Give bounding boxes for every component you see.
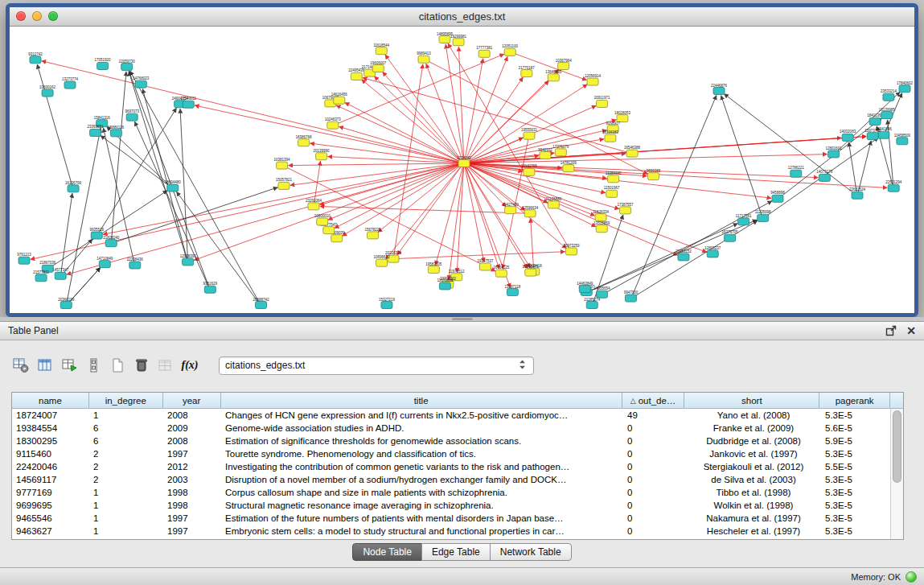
cell-year: 2003 <box>163 473 221 486</box>
svg-text:22495436: 22495436 <box>348 68 365 72</box>
svg-text:10600162: 10600162 <box>39 85 56 89</box>
svg-text:13273774: 13273774 <box>62 77 79 81</box>
svg-text:22622524: 22622524 <box>849 187 866 192</box>
delete-icon[interactable] <box>132 356 151 375</box>
column-header-short[interactable]: short <box>684 393 819 409</box>
table-row[interactable]: 1830029562008Estimation of significance … <box>12 435 903 447</box>
svg-text:14577347: 14577347 <box>52 268 69 272</box>
window-titlebar[interactable]: citations_edges.txt <box>10 7 914 27</box>
cell-name: 9777169 <box>12 486 89 499</box>
svg-text:19555631: 19555631 <box>521 128 538 132</box>
svg-text:1724040: 1724040 <box>457 156 471 160</box>
svg-text:15057821: 15057821 <box>276 178 293 182</box>
network-canvas-area[interactable]: 1724040192999811777738112051100217701871… <box>10 27 914 313</box>
tab-edge-table[interactable]: Edge Table <box>421 543 491 561</box>
table-row[interactable]: 946554611997Estimation of the future num… <box>12 512 903 525</box>
table-row[interactable]: 2242004622012Investigating the contribut… <box>12 460 903 473</box>
svg-text:16139985: 16139985 <box>879 108 896 112</box>
cell-title: Embryonic stem cells: a model to study s… <box>221 525 623 538</box>
column-header-title[interactable]: title <box>221 393 622 409</box>
svg-text:10800010: 10800010 <box>314 214 331 218</box>
table-row[interactable]: 1872400712008Changes of HCN gene express… <box>12 409 903 422</box>
table-row[interactable]: 977716911998Corpus callosum shape and si… <box>12 486 903 499</box>
cell-title: Corpus callosum shape and size in male p… <box>221 486 623 499</box>
table-row[interactable]: 1456911722003Disruption of a novel membe… <box>12 473 903 486</box>
table-panel-title: Table Panel <box>8 325 59 336</box>
svg-text:10458509: 10458509 <box>894 134 911 138</box>
table-panel-header: Table Panel ✕ <box>0 322 924 340</box>
cell-name: 22420046 <box>12 460 89 473</box>
minimize-window-button[interactable] <box>32 11 42 21</box>
svg-text:9699365: 9699365 <box>647 169 661 173</box>
tab-network-table[interactable]: Network Table <box>490 543 572 561</box>
float-panel-icon[interactable] <box>885 325 897 336</box>
column-header-in_degree[interactable]: in_degree <box>89 393 163 409</box>
function-builder-icon[interactable]: f(x) <box>180 356 199 375</box>
table-row[interactable]: 969969511998Structural magnetic resonanc… <box>12 499 903 512</box>
svg-text:15678229: 15678229 <box>365 228 382 232</box>
edit-table-icon[interactable] <box>60 356 79 375</box>
cell-title: Genome-wide association studies in ADHD. <box>221 422 623 435</box>
table-selector-dropdown[interactable]: citations_edges.txt <box>219 356 534 375</box>
table-row[interactable]: 1938455462009Genome-wide association stu… <box>12 422 903 435</box>
table-row[interactable]: 946362711997Embryonic stem cells: a mode… <box>12 525 903 538</box>
table-row[interactable]: 911546021997Tourette syndrome. Phenomeno… <box>12 447 903 460</box>
cell-out_degree: 0 <box>623 486 686 499</box>
cell-name: 9465546 <box>12 512 89 525</box>
zoom-window-button[interactable] <box>48 11 58 21</box>
dropdown-arrows-icon <box>517 359 528 373</box>
cell-short: Wolkin et al. (1998) <box>686 499 821 512</box>
svg-text:17840602: 17840602 <box>897 81 914 85</box>
import-table-icon[interactable] <box>156 356 175 375</box>
svg-text:11501967: 11501967 <box>604 186 620 190</box>
memory-ok-indicator-icon <box>906 571 917 583</box>
cell-year: 1997 <box>163 512 221 525</box>
svg-text:14073179: 14073179 <box>816 170 833 174</box>
cell-in_degree: 1 <box>89 525 163 538</box>
svg-text:11970512: 11970512 <box>449 270 465 274</box>
table-panel: Table Panel ✕ <box>0 321 924 567</box>
cell-year: 1997 <box>163 525 221 538</box>
split-drag-handle[interactable] <box>452 318 473 320</box>
cell-name: 18300295 <box>12 435 89 447</box>
rows-icon[interactable] <box>84 356 103 375</box>
cell-short: Jankovic et al. (1997) <box>686 447 821 460</box>
svg-text:9947000: 9947000 <box>624 290 639 295</box>
show-columns-icon[interactable] <box>35 356 55 375</box>
cell-short: de Silva et al. (2003) <box>686 473 821 486</box>
network-canvas[interactable]: 1724040192999811777738112051100217701871… <box>10 27 914 313</box>
svg-text:9761213: 9761213 <box>17 253 31 257</box>
svg-text:23291064: 23291064 <box>306 199 322 203</box>
svg-text:15973780: 15973780 <box>864 129 881 133</box>
svg-text:11826334: 11826334 <box>593 210 609 214</box>
cell-title: Tourette syndrome. Phenomenology and cla… <box>221 447 623 460</box>
svg-text:17376179: 17376179 <box>552 145 569 149</box>
tab-node-table[interactable]: Node Table <box>352 543 422 561</box>
svg-text:14895895: 14895895 <box>437 32 454 36</box>
window-title: citations_edges.txt <box>419 10 506 23</box>
cell-out_degree: 0 <box>623 499 686 512</box>
svg-text:9989413: 9989413 <box>417 51 431 56</box>
cell-year: 1998 <box>163 486 221 499</box>
column-header-pagerank[interactable]: pagerank <box>819 393 890 409</box>
cell-short: Hescheler et al. (1997) <box>686 525 821 538</box>
table-settings-icon[interactable] <box>11 356 31 375</box>
column-header-year[interactable]: year <box>163 393 221 409</box>
svg-text:22238436: 22238436 <box>127 257 144 262</box>
svg-text:11618544: 11618544 <box>373 43 389 47</box>
column-header-name[interactable]: name <box>12 393 89 409</box>
svg-text:13515859: 13515859 <box>593 221 610 225</box>
svg-text:9351629: 9351629 <box>203 282 218 286</box>
close-window-button[interactable] <box>16 11 26 21</box>
scrollbar-thumb[interactable] <box>893 410 901 483</box>
cell-in_degree: 1 <box>89 486 163 499</box>
close-panel-icon[interactable]: ✕ <box>906 325 916 336</box>
cell-in_degree: 1 <box>89 499 163 512</box>
cell-name: 14569117 <box>12 473 89 486</box>
cell-in_degree: 2 <box>89 447 163 460</box>
table-scrollbar[interactable] <box>890 409 903 539</box>
new-file-icon[interactable] <box>108 356 127 375</box>
svg-text:14427400: 14427400 <box>503 203 519 207</box>
column-header-out_degree[interactable]: △out_de… <box>622 393 685 409</box>
svg-text:20051152: 20051152 <box>676 249 692 253</box>
